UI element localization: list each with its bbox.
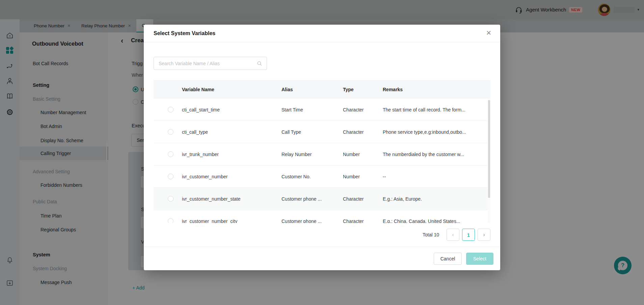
pagination-next-button[interactable]: ›	[478, 229, 490, 241]
cell-remarks: E.g.: Asia, Europe.	[383, 196, 490, 202]
cell-alias: Start Time	[281, 107, 343, 112]
variables-table: Variable Name Alias Type Remarks cti_cal…	[154, 80, 490, 223]
close-icon[interactable]: ✕	[486, 29, 491, 37]
pagination: Total 10 ‹ 1 ›	[423, 229, 490, 241]
row-radio[interactable]	[168, 196, 173, 202]
row-radio[interactable]	[168, 218, 173, 223]
cell-alias: Call Type	[281, 129, 343, 135]
table-row[interactable]: cti_call_type Call Type Character Phone …	[154, 121, 490, 143]
col-remarks: Remarks	[383, 87, 490, 92]
row-radio[interactable]	[168, 151, 173, 157]
col-type: Type	[343, 87, 383, 92]
cell-variable-name: ivr_customer_number_state	[182, 196, 281, 202]
col-alias: Alias	[281, 87, 343, 92]
col-variable-name: Variable Name	[182, 87, 281, 92]
table-row[interactable]: ivr_customer_number_city Customer phone …	[154, 210, 490, 223]
table-scrollbar-thumb[interactable]	[488, 100, 490, 198]
cell-type: Number	[343, 152, 383, 157]
cell-alias: Customer phone ...	[281, 219, 343, 223]
cell-remarks: Phone service type,e.g:inbound,outbo...	[383, 129, 490, 135]
pagination-page-1[interactable]: 1	[462, 229, 475, 241]
table-row[interactable]: cti_call_start_time Start Time Character…	[154, 99, 490, 121]
modal-header: Select System Variables ✕	[144, 25, 500, 42]
select-system-variables-modal: Select System Variables ✕ Variable Name …	[144, 25, 500, 270]
cell-remarks: The start time of call record. The form.…	[383, 107, 490, 112]
cell-variable-name: ivr_customer_number	[182, 174, 281, 179]
cell-remarks: E.g.: China, Canada, United States...	[383, 219, 490, 223]
table-row[interactable]: ivr_customer_number_state Customer phone…	[154, 188, 490, 210]
row-radio[interactable]	[168, 129, 173, 135]
cell-remarks: --	[383, 174, 490, 179]
cell-type: Character	[343, 219, 383, 223]
cell-variable-name: ivr_customer_number_city	[182, 219, 281, 223]
cell-type: Number	[343, 174, 383, 179]
select-button[interactable]: Select	[466, 253, 493, 265]
cancel-button[interactable]: Cancel	[434, 253, 462, 265]
cell-type: Character	[343, 107, 383, 112]
cell-type: Character	[343, 129, 383, 135]
table-scrollbar[interactable]	[488, 99, 490, 223]
table-row[interactable]: ivr_customer_number Customer No. Number …	[154, 166, 490, 188]
search-box	[154, 57, 267, 70]
row-radio[interactable]	[168, 107, 173, 112]
cell-alias: Relay Number	[281, 152, 343, 157]
modal-title: Select System Variables	[154, 25, 215, 42]
table-header: Variable Name Alias Type Remarks	[154, 80, 490, 99]
cell-alias: Customer No.	[281, 174, 343, 179]
pagination-total: Total 10	[423, 232, 439, 237]
pagination-prev-button[interactable]: ‹	[447, 229, 459, 241]
cell-variable-name: cti_call_start_time	[182, 107, 281, 112]
cell-variable-name: ivr_trunk_number	[182, 152, 281, 157]
cell-remarks: The numberdialed by the customer w...	[383, 152, 490, 157]
table-row[interactable]: ivr_trunk_number Relay Number Number The…	[154, 143, 490, 166]
cell-variable-name: cti_call_type	[182, 129, 281, 135]
modal-footer: Cancel Select	[144, 247, 500, 270]
search-icon	[257, 60, 263, 67]
cell-alias: Customer phone ...	[281, 196, 343, 202]
cell-type: Character	[343, 196, 383, 202]
row-radio[interactable]	[168, 174, 173, 179]
search-input[interactable]	[159, 57, 253, 70]
